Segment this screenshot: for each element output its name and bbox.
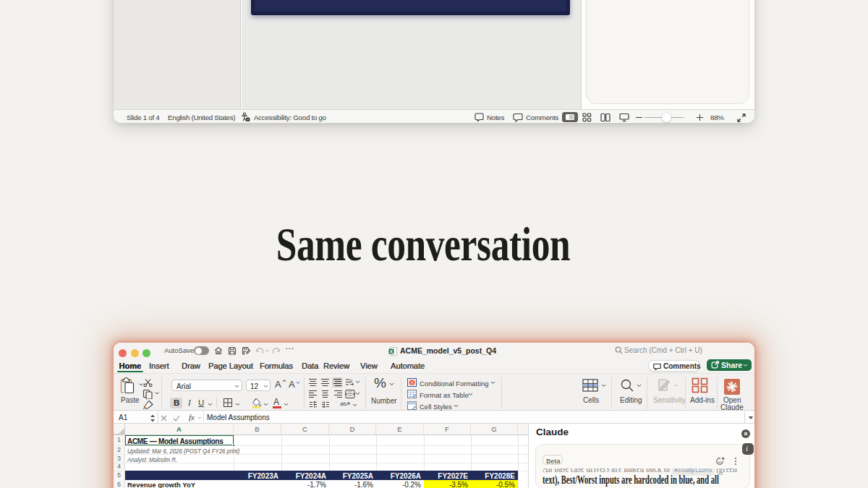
svg-text:c: c (350, 378, 353, 383)
svg-text:ab: ab (340, 401, 346, 407)
